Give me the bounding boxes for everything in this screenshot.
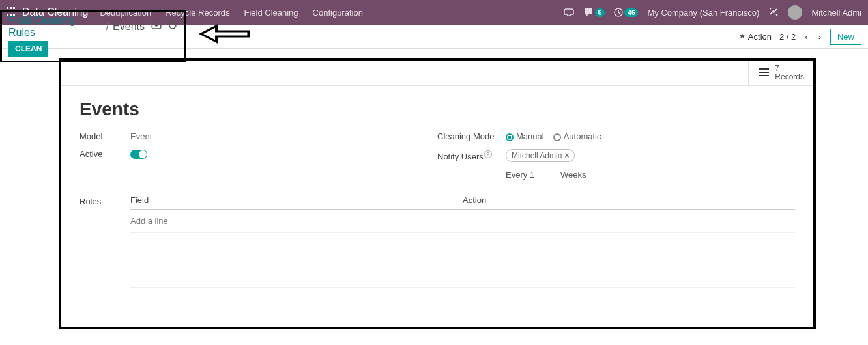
cloud-save-icon[interactable] (151, 21, 162, 33)
breadcrumb-parent[interactable]: Field Cleaning Rules (8, 15, 102, 38)
form-body: Events Model Event Active Cleaning Mode … (61, 86, 813, 327)
notify-interval: Every 1 Weeks (506, 170, 795, 180)
help-icon[interactable]: ? (484, 150, 492, 158)
svg-rect-2 (13, 7, 15, 9)
notify-users-label: Notify Users? (437, 150, 506, 161)
pager-text[interactable]: 2 / 2 (779, 32, 796, 42)
control-left: Field Cleaning Rules / Events CLEAN (0, 10, 244, 62)
col-action-header: Action (463, 195, 795, 205)
breadcrumb-separator: / (106, 21, 109, 33)
menu-configuration[interactable]: Configuration (313, 8, 363, 18)
col-field-header: Field (130, 195, 463, 205)
company-selector[interactable]: My Company (San Francisco) (647, 8, 759, 18)
new-button[interactable]: New (830, 29, 861, 45)
tag-remove-icon[interactable]: × (564, 151, 569, 160)
model-value[interactable]: Event (130, 131, 152, 141)
breadcrumb-current: Events (113, 21, 145, 33)
table-row (130, 233, 795, 251)
record-title[interactable]: Events (80, 99, 795, 120)
menu-field-cleaning[interactable]: Field Cleaning (244, 8, 298, 18)
clean-button[interactable]: CLEAN (8, 41, 48, 57)
control-bar: Field Cleaning Rules / Events CLEAN Acti… (0, 25, 868, 49)
stat-label: Records (775, 73, 804, 81)
mode-automatic-radio[interactable]: Automatic (553, 131, 601, 141)
form-col-left: Model Event Active (80, 131, 437, 180)
table-row (130, 251, 795, 269)
form-col-right: Cleaning Mode Manual Automatic Notify Us… (437, 131, 795, 180)
svg-rect-0 (7, 7, 8, 9)
action-menu[interactable]: Action (738, 32, 772, 42)
records-stat-button[interactable]: 7 Records (748, 61, 813, 85)
nav-right: 6 46 My Company (San Francisco) Mitchell… (564, 5, 861, 20)
hamburger-icon (758, 66, 770, 80)
rules-label: Rules (80, 191, 130, 288)
notify-user-tag[interactable]: Mitchell Admin × (506, 149, 575, 162)
stat-bar: 7 Records (61, 61, 813, 86)
rules-header: Field Action (130, 191, 795, 210)
activities-badge: 46 (624, 8, 638, 17)
breadcrumb-highlight-box: Field Cleaning Rules / Events CLEAN (0, 10, 186, 62)
svg-point-10 (772, 10, 775, 13)
annotation-arrow-icon (199, 21, 250, 52)
pager-prev-icon[interactable]: ‹ (803, 32, 809, 42)
active-label: Active (80, 149, 130, 159)
form-sheet-highlight: 7 Records Events Model Event Active Clea… (59, 58, 816, 329)
control-right: Action 2 / 2 ‹ › New (738, 29, 861, 45)
interval-every[interactable]: Every 1 (506, 170, 534, 180)
rules-table: Field Action Add a line (130, 191, 795, 288)
add-line-link[interactable]: Add a line (130, 210, 795, 233)
tray-icon[interactable] (564, 8, 574, 17)
table-row (130, 269, 795, 288)
breadcrumb: Field Cleaning Rules / Events (8, 15, 177, 38)
cleaning-mode-label: Cleaning Mode (437, 131, 506, 141)
user-name[interactable]: Mitchell Admi (811, 8, 861, 18)
messages-icon[interactable]: 6 (583, 8, 605, 17)
form-columns: Model Event Active Cleaning Mode Manual … (80, 131, 795, 180)
model-label: Model (80, 131, 130, 141)
interval-unit[interactable]: Weeks (560, 170, 586, 180)
mode-manual-radio[interactable]: Manual (506, 131, 544, 141)
rules-section: Rules Field Action Add a line (80, 191, 795, 288)
user-avatar[interactable] (788, 5, 802, 20)
action-label: Action (748, 32, 772, 42)
svg-rect-1 (10, 7, 12, 9)
debug-icon[interactable] (768, 7, 779, 19)
activities-icon[interactable]: 46 (614, 8, 638, 17)
active-toggle[interactable] (130, 150, 147, 159)
pager-next-icon[interactable]: › (817, 32, 822, 42)
messages-badge: 6 (595, 8, 605, 17)
discard-icon[interactable] (168, 21, 177, 33)
